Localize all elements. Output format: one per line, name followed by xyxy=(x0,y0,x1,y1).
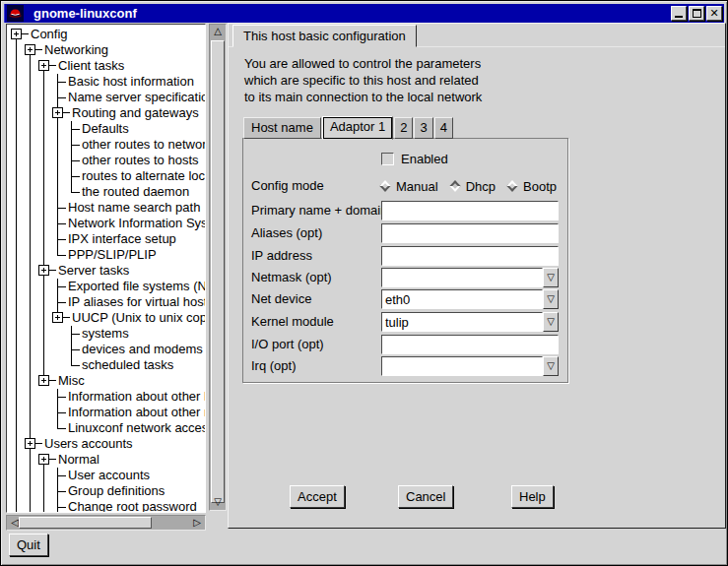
scroll-up-icon[interactable]: △ xyxy=(210,25,226,38)
tree-item-routes-to-alternate-local-ne[interactable]: routes to alternate local ne xyxy=(11,168,205,184)
tree-item-user-accounts[interactable]: User accounts xyxy=(11,468,205,483)
red-hat-icon[interactable] xyxy=(7,5,24,22)
tree-guide xyxy=(11,279,25,294)
combo-arrow-icon[interactable]: ▽ xyxy=(543,289,559,309)
input-netmask-opt[interactable] xyxy=(381,268,543,287)
accept-button[interactable]: Accept xyxy=(290,485,345,508)
radio-bootp[interactable]: Bootp xyxy=(508,179,557,194)
cancel-button[interactable]: Cancel xyxy=(398,485,453,508)
help-button[interactable]: Help xyxy=(511,485,554,508)
radio-dhcp[interactable]: Dhcp xyxy=(451,179,496,194)
tree-item-label: other routes to networks xyxy=(80,137,206,153)
tree-item-uucp-unix-to-unix-copy[interactable]: UUCP (Unix to unix copy) xyxy=(11,310,205,326)
scroll-right-icon[interactable]: ▷ xyxy=(189,516,205,530)
tree-item-information-about-other-netw[interactable]: Information about other netw xyxy=(11,405,205,420)
maximize-icon[interactable] xyxy=(689,6,704,21)
tree-item-misc[interactable]: Misc xyxy=(11,373,205,389)
tree-expander-icon[interactable] xyxy=(38,452,56,468)
tree-item-networking[interactable]: Networking xyxy=(11,42,205,58)
close-icon[interactable]: ✕ xyxy=(706,6,722,21)
tree-item-label: Network Information System xyxy=(66,216,206,231)
adaptor-form: Enabled Config mode ManualDhcpBootp Prim… xyxy=(242,138,568,383)
tree-item-host-name-search-path[interactable]: Host name search path xyxy=(11,200,205,216)
tree-expander-icon[interactable] xyxy=(11,27,29,42)
tree-item-exported-file-systems-nfs[interactable]: Exported file systems (NFS) xyxy=(11,279,205,294)
field-row-primary-name-domain: Primary name + domain xyxy=(243,201,567,220)
tree-item-name-server-specification[interactable]: Name server specification ( xyxy=(11,90,205,105)
tab-2[interactable]: 2 xyxy=(394,117,413,139)
tree-guide xyxy=(11,184,25,200)
tree-expander-icon[interactable] xyxy=(38,373,56,389)
quit-button[interactable]: Quit xyxy=(9,534,48,556)
adaptor-notebook: Host nameAdaptor 1234 Enabled Config mod… xyxy=(242,116,569,384)
description-line: to its main connection to the local netw… xyxy=(244,89,482,105)
tree-connector xyxy=(52,483,66,499)
tree-item-defaults[interactable]: Defaults xyxy=(11,121,205,137)
tree-expander-icon[interactable] xyxy=(25,436,42,452)
input-irq-opt[interactable] xyxy=(381,356,543,376)
field-row-aliases-opt: Aliases (opt) xyxy=(243,223,567,243)
tree-item-users-accounts[interactable]: Users accounts xyxy=(11,436,205,452)
tree-item-other-routes-to-hosts[interactable]: other routes to hosts xyxy=(11,153,205,168)
scroll-down-icon[interactable]: ▽ xyxy=(210,495,226,509)
tree-expander-icon[interactable] xyxy=(52,310,70,326)
vertical-scrollbar-thumb[interactable] xyxy=(211,40,225,503)
input-ip-address[interactable] xyxy=(381,246,559,266)
horizontal-scrollbar[interactable]: ◁ ▷ xyxy=(6,515,206,531)
tree-item-server-tasks[interactable]: Server tasks xyxy=(11,263,205,279)
vertical-scrollbar[interactable]: △ ▽ xyxy=(209,24,227,511)
tree-item-label: Linuxconf network access xyxy=(66,420,206,436)
tree-item-config[interactable]: Config xyxy=(11,27,205,42)
input-i-o-port-opt[interactable] xyxy=(381,335,559,354)
tree-guide xyxy=(11,326,25,342)
tab-4[interactable]: 4 xyxy=(434,117,453,139)
input-kernel-module[interactable] xyxy=(381,312,543,332)
field-label: Irq (opt) xyxy=(251,356,297,376)
tree-connector xyxy=(52,420,66,436)
tree-item-group-definitions[interactable]: Group definitions xyxy=(11,483,205,499)
combo-arrow-icon[interactable]: ▽ xyxy=(543,268,559,287)
minimize-icon[interactable] xyxy=(671,6,687,21)
field-label: Kernel module xyxy=(251,312,334,332)
combo-arrow-icon[interactable]: ▽ xyxy=(543,312,559,332)
tree-item-devices-and-modems[interactable]: devices and modems xyxy=(11,342,205,357)
tree-expander-icon[interactable] xyxy=(52,105,70,121)
tree-connector xyxy=(66,357,80,373)
tree-expander-icon[interactable] xyxy=(38,263,56,279)
combo-arrow-icon[interactable]: ▽ xyxy=(543,356,559,376)
tree-item-ip-aliases-for-virtual-hosts[interactable]: IP aliases for virtual hosts xyxy=(11,294,205,310)
tree-item-ppp-slip-plip[interactable]: PPP/SLIP/PLIP xyxy=(11,247,205,263)
tree-item-information-about-other-host[interactable]: Information about other host xyxy=(11,389,205,405)
horizontal-scrollbar-thumb[interactable] xyxy=(19,517,152,529)
tree-item-other-routes-to-networks[interactable]: other routes to networks xyxy=(11,137,205,153)
tree-item-ipx-interface-setup[interactable]: IPX interface setup xyxy=(11,231,205,247)
tree-item-linuxconf-network-access[interactable]: Linuxconf network access xyxy=(11,420,205,436)
tree-expander-icon[interactable] xyxy=(38,58,56,74)
description-line: You are allowed to control the parameter… xyxy=(244,55,482,72)
radio-manual[interactable]: Manual xyxy=(381,179,438,194)
input-aliases-opt[interactable] xyxy=(381,223,559,243)
tab-adaptor-1[interactable]: Adaptor 1 xyxy=(322,116,393,140)
tree-guide xyxy=(11,231,25,247)
tree-item-systems[interactable]: systems xyxy=(11,326,205,342)
tab-host-name[interactable]: Host name xyxy=(243,117,321,139)
enabled-checkbox[interactable] xyxy=(381,153,394,165)
tree-item-scheduled-tasks[interactable]: scheduled tasks xyxy=(11,357,205,373)
tree-item-change-root-password[interactable]: Change root password xyxy=(11,499,205,513)
tree-item-network-information-system[interactable]: Network Information System xyxy=(11,216,205,231)
tree-connector xyxy=(52,216,66,231)
tree-item-normal[interactable]: Normal xyxy=(11,452,205,468)
tree-connector xyxy=(52,468,66,483)
tree-item-basic-host-information[interactable]: Basic host information xyxy=(11,74,205,90)
tree-item-the-routed-daemon[interactable]: the routed daemon xyxy=(11,184,205,200)
tree-item-client-tasks[interactable]: Client tasks xyxy=(11,58,205,74)
tree-expander-icon[interactable] xyxy=(25,42,42,58)
input-primary-name-domain[interactable] xyxy=(381,201,559,220)
tab-3[interactable]: 3 xyxy=(414,117,432,139)
tree-item-routing-and-gateways[interactable]: Routing and gateways xyxy=(11,105,205,121)
tree-guide xyxy=(38,231,52,247)
input-net-device[interactable] xyxy=(381,289,543,309)
tab-this-host-basic-configuration[interactable]: This host basic configuration xyxy=(232,25,417,47)
tree-item-label: Routing and gateways xyxy=(70,105,199,121)
tree-item-label: PPP/SLIP/PLIP xyxy=(66,247,157,263)
